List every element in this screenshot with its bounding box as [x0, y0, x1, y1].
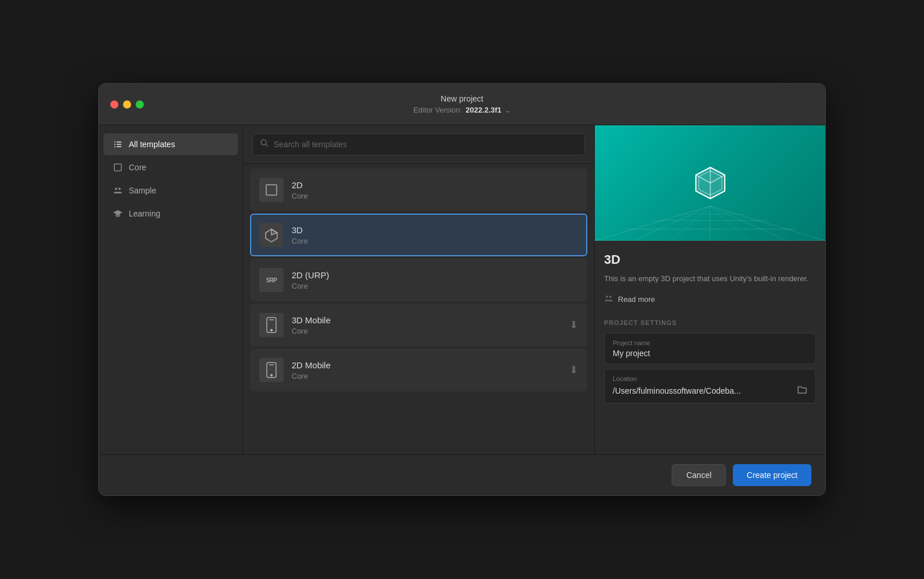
sidebar-item-label: Learning: [129, 209, 161, 218]
right-panel: 3D This is an empty 3D project that uses…: [594, 125, 825, 454]
template-detail-desc: This is an empty 3D project that uses Un…: [604, 273, 816, 285]
fullscreen-button[interactable]: [136, 100, 144, 109]
square-icon: [113, 162, 123, 173]
search-bar-container: [243, 125, 594, 164]
download-icon-2dmobile[interactable]: ⬇: [569, 364, 578, 376]
project-name-value: My project: [613, 349, 807, 358]
svg-rect-6: [114, 164, 121, 171]
templates-list: 2D Core 3D Core: [243, 164, 594, 454]
svg-rect-1: [117, 141, 121, 143]
location-row: /Users/fulminoussoftware/Codeba...: [613, 384, 807, 397]
svg-rect-3: [117, 144, 121, 145]
template-icon-3d: [259, 223, 284, 247]
template-icon-2d: [259, 178, 284, 202]
chevron-down-icon[interactable]: ⌄: [505, 106, 511, 114]
editor-version-row: Editor Version: 2022.2.3f1 ⌄: [413, 106, 511, 114]
svg-point-38: [606, 296, 608, 298]
main-content: All templates Core: [99, 125, 825, 454]
svg-point-39: [609, 296, 612, 298]
template-name-3dmobile: 3D Mobile: [292, 315, 561, 325]
sidebar-item-label: All templates: [129, 140, 175, 149]
template-item-2dmobile[interactable]: 2D Mobile Core ⬇: [250, 349, 587, 391]
sidebar-item-label: Sample: [129, 186, 156, 195]
svg-marker-14: [271, 229, 277, 235]
template-category-2durp: Core: [292, 282, 578, 290]
template-info-3d: 3D Core: [292, 225, 578, 245]
list-icon: [113, 139, 123, 150]
location-label: Location: [613, 375, 807, 382]
download-icon-3dmobile[interactable]: ⬇: [569, 319, 578, 331]
template-info-2durp: 2D (URP) Core: [292, 270, 578, 290]
template-item-3d[interactable]: 3D Core: [250, 214, 587, 256]
create-project-button[interactable]: Create project: [733, 464, 811, 486]
search-icon: [260, 139, 269, 150]
people-icon: [113, 185, 123, 196]
svg-rect-5: [117, 146, 121, 147]
editor-version-label: Editor Version:: [413, 106, 463, 114]
sidebar-item-core[interactable]: Core: [103, 156, 238, 178]
search-input[interactable]: [274, 140, 578, 149]
search-bar: [252, 133, 585, 155]
template-detail-name: 3D: [604, 252, 816, 267]
window-title: New project: [441, 94, 483, 103]
svg-line-25: [595, 206, 710, 241]
svg-point-19: [271, 375, 273, 376]
traffic-lights: [110, 100, 144, 109]
location-value: /Users/fulminoussoftware/Codeba...: [613, 386, 741, 395]
sidebar-item-all-templates[interactable]: All templates: [103, 133, 238, 155]
template-icon-2dmobile: [259, 358, 284, 382]
template-category-3dmobile: Core: [292, 327, 561, 335]
svg-point-16: [271, 330, 273, 331]
template-name-3d: 3D: [292, 225, 578, 235]
svg-rect-0: [114, 141, 116, 143]
sidebar: All templates Core: [99, 125, 243, 454]
graduation-icon: [113, 208, 123, 219]
template-category-2dmobile: Core: [292, 372, 561, 380]
template-item-2durp[interactable]: SRP 2D (URP) Core: [250, 259, 587, 301]
close-button[interactable]: [110, 100, 118, 109]
read-more-row[interactable]: Read more: [604, 294, 816, 305]
svg-point-10: [261, 140, 266, 145]
right-panel-content: 3D This is an empty 3D project that uses…: [595, 241, 825, 454]
new-project-window: New project Editor Version: 2022.2.3f1 ⌄: [98, 83, 826, 496]
read-more-text[interactable]: Read more: [618, 295, 655, 304]
template-name-2dmobile: 2D Mobile: [292, 360, 561, 370]
template-icon-3dmobile: [259, 313, 284, 337]
svg-rect-4: [114, 146, 116, 147]
sidebar-item-label: Core: [129, 163, 146, 172]
read-more-icon: [604, 294, 613, 305]
sidebar-item-sample[interactable]: Sample: [103, 180, 238, 201]
preview-cube-icon: [690, 163, 731, 203]
svg-line-27: [672, 206, 710, 241]
titlebar: New project Editor Version: 2022.2.3f1 ⌄: [99, 84, 825, 125]
svg-point-8: [118, 188, 121, 190]
template-category-3d: Core: [292, 237, 578, 245]
footer: Cancel Create project: [99, 454, 825, 495]
svg-line-30: [710, 206, 787, 241]
svg-line-11: [266, 144, 268, 147]
preview-image: [595, 125, 825, 241]
template-name-2d: 2D: [292, 180, 578, 190]
template-category-2d: Core: [292, 192, 578, 200]
location-field[interactable]: Location /Users/fulminoussoftware/Codeba…: [604, 369, 816, 404]
template-info-2dmobile: 2D Mobile Core: [292, 360, 561, 380]
sidebar-item-learning[interactable]: Learning: [103, 203, 238, 225]
minimize-button[interactable]: [123, 100, 131, 109]
template-icon-2durp: SRP: [259, 268, 284, 292]
template-item-3dmobile[interactable]: 3D Mobile Core ⬇: [250, 304, 587, 346]
template-item-2d[interactable]: 2D Core: [250, 169, 587, 211]
svg-rect-2: [114, 144, 116, 145]
folder-icon[interactable]: [797, 384, 807, 397]
svg-line-26: [634, 206, 710, 241]
template-info-2d: 2D Core: [292, 180, 578, 200]
project-name-label: Project name: [613, 339, 807, 346]
project-name-field[interactable]: Project name My project: [604, 333, 816, 364]
center-panel: 2D Core 3D Core: [243, 125, 594, 454]
svg-point-7: [115, 188, 117, 190]
cancel-button[interactable]: Cancel: [672, 464, 726, 486]
svg-line-31: [710, 206, 826, 241]
svg-line-29: [710, 206, 749, 241]
svg-rect-12: [266, 185, 277, 195]
editor-version-value: 2022.2.3f1: [465, 106, 501, 114]
project-settings-label: PROJECT SETTINGS: [604, 319, 816, 326]
